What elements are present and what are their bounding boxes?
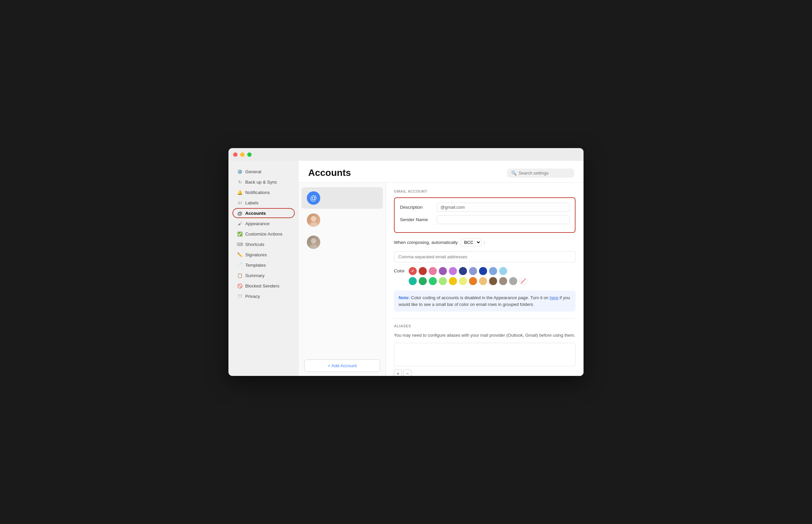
settings-window: ⚙️ General ↻ Back up & Sync 🔔 Notificati… xyxy=(229,148,583,376)
no-color-line xyxy=(521,278,526,283)
main-header: Accounts 🔍 xyxy=(299,161,583,183)
email-addresses-input[interactable] xyxy=(394,251,576,262)
sender-name-input[interactable] xyxy=(437,215,569,224)
sidebar-item-appearance[interactable]: 🖌 Appearance xyxy=(231,218,296,229)
avatar-gmail: @ xyxy=(307,191,320,205)
checkmark-circle-icon: ✅ xyxy=(237,231,243,236)
sidebar-label-summary: Summary xyxy=(245,273,265,278)
svg-point-1 xyxy=(311,216,316,222)
color-swatch-purple[interactable] xyxy=(439,267,447,275)
color-swatch-red[interactable] xyxy=(409,267,417,275)
color-swatch-darkblue[interactable] xyxy=(459,267,467,275)
sidebar-item-notifications[interactable]: 🔔 Notifications xyxy=(231,187,296,197)
sidebar-label-customize-actions: Customize Actions xyxy=(245,231,282,236)
color-swatch-pink[interactable] xyxy=(429,267,437,275)
color-swatch-lightorange[interactable] xyxy=(479,277,487,285)
sync-icon: ↻ xyxy=(237,179,243,185)
sidebar-label-privacy: Privacy xyxy=(245,294,260,299)
search-box[interactable]: 🔍 xyxy=(507,168,574,178)
note-box: Note: Color coding of accounts is disabl… xyxy=(394,291,576,312)
account-entry-gmail[interactable]: @ xyxy=(301,187,383,209)
person1-avatar-svg xyxy=(307,213,320,227)
account-entries: @ xyxy=(299,183,385,356)
sidebar-item-labels[interactable]: 🏷 Labels xyxy=(231,198,296,208)
sender-name-label: Sender Name xyxy=(400,217,437,222)
sidebar-label-backup-sync: Back up & Sync xyxy=(245,180,277,185)
block-icon: 🚫 xyxy=(237,283,243,289)
color-row-1 xyxy=(409,267,527,275)
sidebar-item-blocked-senders[interactable]: 🚫 Blocked Senders xyxy=(231,281,296,291)
color-swatch-yellow[interactable] xyxy=(449,277,457,285)
sender-name-row: Sender Name xyxy=(400,215,569,224)
brush-icon: 🖌 xyxy=(237,221,243,226)
description-input[interactable] xyxy=(437,203,569,212)
color-swatch-violet[interactable] xyxy=(449,267,457,275)
at-icon: @ xyxy=(237,210,243,216)
maximize-button[interactable] xyxy=(247,152,252,157)
sidebar-label-shortcuts: Shortcuts xyxy=(245,242,264,247)
content-area: ⚙️ General ↻ Back up & Sync 🔔 Notificati… xyxy=(229,161,583,376)
color-swatch-brown[interactable] xyxy=(489,277,497,285)
sidebar-item-summary[interactable]: 📋 Summary xyxy=(231,271,296,280)
sidebar-item-privacy[interactable]: 🛡 Privacy xyxy=(231,291,296,301)
aliases-description: You may need to configure aliases with y… xyxy=(394,332,576,339)
add-account-label: + Add Account xyxy=(328,363,357,368)
color-swatch-gray[interactable] xyxy=(509,277,517,285)
svg-point-0 xyxy=(309,222,318,227)
avatar-person2 xyxy=(307,235,320,249)
sidebar-item-accounts[interactable]: @ Accounts xyxy=(231,208,296,218)
color-swatch-lightblue[interactable] xyxy=(489,267,497,275)
sidebar-item-shortcuts[interactable]: ⌨ Shortcuts xyxy=(231,239,296,249)
color-swatch-blue[interactable] xyxy=(479,267,487,275)
gmail-account-section-label: GMAIL ACCOUNT xyxy=(394,189,576,193)
page-title: Accounts xyxy=(308,167,351,178)
account-entry-person2[interactable] xyxy=(301,231,383,253)
color-swatch-teal[interactable] xyxy=(409,277,417,285)
sidebar: ⚙️ General ↻ Back up & Sync 🔔 Notificati… xyxy=(229,161,299,376)
sidebar-label-notifications: Notifications xyxy=(245,190,270,195)
avatar-person1 xyxy=(307,213,320,227)
sidebar-label-appearance: Appearance xyxy=(245,221,270,226)
color-swatch-lightyellow[interactable] xyxy=(459,277,467,285)
sidebar-item-templates[interactable]: 📄 Templates xyxy=(231,260,296,270)
bell-icon: 🔔 xyxy=(237,190,243,195)
color-swatch-skyblue[interactable] xyxy=(499,267,507,275)
aliases-input-box[interactable] xyxy=(394,343,576,366)
compose-label: When composing, automatically xyxy=(394,240,458,245)
sidebar-label-labels: Labels xyxy=(245,200,259,206)
color-swatch-green[interactable] xyxy=(419,277,427,285)
alias-remove-button[interactable]: − xyxy=(403,370,411,376)
shield-icon: 🛡 xyxy=(237,294,243,299)
bcc-select[interactable]: BCC CC xyxy=(461,238,481,247)
alias-add-button[interactable]: + xyxy=(394,370,402,376)
sidebar-item-backup-sync[interactable]: ↻ Back up & Sync xyxy=(231,177,296,187)
color-swatch-none[interactable] xyxy=(519,277,527,285)
color-grid xyxy=(409,267,527,285)
add-account-button[interactable]: + Add Account xyxy=(304,360,380,372)
close-button[interactable] xyxy=(233,152,237,157)
color-swatch-lightgreen[interactable] xyxy=(429,277,437,285)
color-swatch-limegreen[interactable] xyxy=(439,277,447,285)
sidebar-item-signatures[interactable]: ✏️ Signatures xyxy=(231,250,296,260)
search-input[interactable] xyxy=(518,170,570,176)
doc-icon: 📄 xyxy=(237,262,243,268)
sidebar-item-general[interactable]: ⚙️ General xyxy=(231,166,296,177)
traffic-lights xyxy=(233,152,252,157)
sidebar-label-accounts: Accounts xyxy=(245,211,266,216)
grid-icon: ⌨ xyxy=(237,242,243,247)
sidebar-item-customize-actions[interactable]: ✅ Customize Actions xyxy=(231,229,296,239)
color-swatch-darkred[interactable] xyxy=(419,267,427,275)
gear-icon: ⚙️ xyxy=(237,169,243,174)
account-entry-person1[interactable] xyxy=(301,209,383,231)
note-link[interactable]: here xyxy=(550,295,559,300)
minimize-button[interactable] xyxy=(240,152,245,157)
aliases-section-label: ALIASES xyxy=(394,324,576,328)
color-swatch-orange[interactable] xyxy=(469,277,477,285)
note-label: Note: xyxy=(399,295,410,300)
color-swatch-periwinkle[interactable] xyxy=(469,267,477,275)
color-swatch-lightbrown[interactable] xyxy=(499,277,507,285)
sidebar-label-blocked-senders: Blocked Senders xyxy=(245,283,279,289)
pencil-icon: ✏️ xyxy=(237,252,243,257)
svg-point-3 xyxy=(311,238,316,244)
description-label: Description xyxy=(400,205,437,210)
